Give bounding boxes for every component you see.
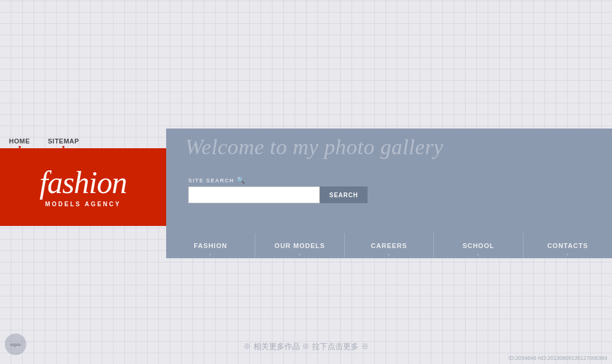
search-button[interactable]: SEARCH (320, 186, 368, 203)
nav-item-our-models[interactable]: OUR MODELS (255, 233, 344, 258)
nav-item-careers[interactable]: CAREERS (345, 233, 434, 258)
nav-item-fashion[interactable]: FASHION (166, 233, 255, 258)
watermark-text: ※ 相关更多作品 ※ 拉下点击更多 ※ (0, 341, 612, 352)
search-label: SITE SEARCH 🔍 (188, 176, 368, 184)
search-icon: 🔍 (237, 176, 246, 184)
logo-subtitle: MODELS AGENCY (45, 201, 121, 207)
nav-item-school[interactable]: SCHOOL (434, 233, 523, 258)
nav-item-contacts[interactable]: CONTACTS (524, 233, 612, 258)
search-input[interactable] (188, 186, 320, 203)
logo-box: fashion MODELS AGENCY (0, 148, 166, 226)
nav-home[interactable]: HOME (9, 137, 30, 148)
id-text: ID:2034846 NO:20130809135127006384 (509, 355, 607, 361)
welcome-heading: Welcome to my photo gallery (185, 134, 443, 160)
top-nav: HOME SITEMAP (0, 137, 79, 148)
search-area: SITE SEARCH 🔍 SEARCH (188, 176, 368, 203)
nav-sitemap[interactable]: SITEMAP (48, 137, 79, 148)
nav-bar: FASHION OUR MODELS CAREERS SCHOOL CONTAC… (166, 233, 612, 258)
logo-text: fashion (39, 167, 127, 198)
search-row: SEARCH (188, 186, 368, 203)
